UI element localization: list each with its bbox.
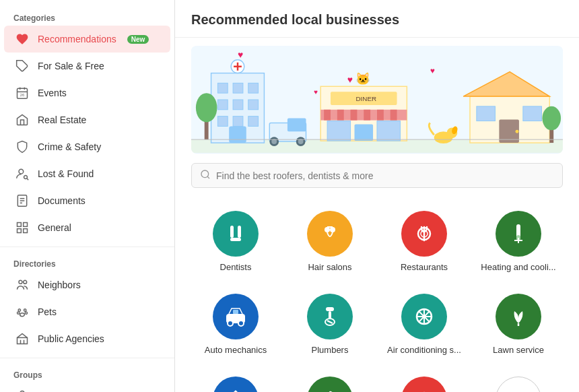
divider-2: [0, 358, 174, 358]
search-icon: [200, 169, 211, 182]
category-heating-cooling[interactable]: Heating and cooli...: [474, 203, 563, 280]
new-badge: New: [127, 35, 149, 44]
svg-text:🐱: 🐱: [355, 71, 371, 86]
doc-icon: [15, 193, 30, 208]
svg-rect-75: [477, 106, 496, 121]
neighbors-label: Neighbors: [38, 280, 81, 290]
svg-rect-76: [523, 106, 542, 121]
sidebar-item-lost-found[interactable]: Lost & Found: [4, 160, 170, 187]
svg-rect-68: [354, 124, 373, 141]
search-input[interactable]: [216, 170, 554, 181]
lawn-service-circle: [496, 294, 541, 339]
air-conditioning-label: Air conditioning s...: [387, 345, 461, 355]
svg-rect-16: [24, 229, 28, 233]
lost-found-label: Lost & Found: [38, 168, 94, 179]
sidebar-item-browse-groups[interactable]: Browse all groups: [4, 383, 170, 392]
svg-point-21: [18, 312, 20, 314]
svg-point-19: [18, 309, 20, 311]
real-estate-label: Real Estate: [38, 115, 86, 125]
sidebar-item-documents[interactable]: Documents: [4, 187, 170, 214]
svg-rect-66: [327, 121, 351, 141]
sidebar-item-real-estate[interactable]: Real Estate: [4, 106, 170, 133]
pets-label: Pets: [38, 306, 57, 317]
svg-rect-14: [24, 223, 28, 227]
svg-rect-34: [217, 100, 228, 110]
svg-line-103: [327, 321, 333, 323]
svg-rect-47: [287, 119, 306, 132]
svg-line-8: [27, 178, 28, 180]
divider-1: [0, 247, 174, 247]
svg-text:♥: ♥: [238, 50, 243, 60]
sidebar: Categories Recommendations New For Sale …: [0, 0, 175, 392]
category-pizza-places[interactable]: Pizza places: [380, 368, 469, 392]
svg-point-78: [516, 130, 519, 133]
see-more-circle: [496, 377, 541, 392]
svg-text:DINER: DINER: [355, 95, 376, 102]
category-auto-mechanics[interactable]: Auto mechanics: [191, 286, 280, 363]
sidebar-item-events[interactable]: 26 Events: [4, 79, 170, 106]
svg-rect-35: [233, 100, 243, 110]
pizza-places-circle: [401, 377, 447, 392]
category-dentists[interactable]: Dentists: [191, 203, 280, 280]
heart-icon: [15, 32, 30, 46]
sidebar-section-directories: Directories Neighbors Pets Public Agenci…: [0, 253, 174, 352]
building-icon: [15, 331, 30, 346]
category-restaurants[interactable]: Restaurants: [380, 203, 469, 280]
svg-rect-31: [217, 83, 228, 93]
svg-rect-61: [364, 110, 370, 121]
svg-text:♥: ♥: [314, 88, 318, 96]
dentists-circle: [213, 211, 259, 257]
sidebar-item-crime-safety[interactable]: Crime & Safety: [4, 133, 170, 160]
svg-rect-13: [18, 223, 22, 227]
svg-rect-67: [377, 121, 401, 141]
svg-point-87: [325, 227, 330, 232]
public-agencies-label: Public Agencies: [38, 333, 104, 344]
search-bar[interactable]: [191, 163, 563, 188]
tag-icon: [15, 59, 30, 73]
category-air-conditioning[interactable]: Air conditioning s...: [380, 286, 469, 363]
auto-mechanics-label: Auto mechanics: [205, 345, 267, 355]
svg-rect-63: [390, 110, 397, 121]
sidebar-item-for-sale-free[interactable]: For Sale & Free: [4, 53, 170, 79]
svg-point-80: [542, 106, 561, 130]
svg-point-23: [20, 313, 25, 317]
sidebar-item-pets[interactable]: Pets: [4, 298, 170, 325]
categories-grid: Dentists Hair salons Restaurants Heating…: [175, 197, 579, 392]
hair-salons-label: Hair salons: [308, 262, 351, 272]
svg-text:♥: ♥: [430, 66, 435, 75]
hair-salons-circle: [307, 211, 353, 257]
main-content: Recommended local businesses: [175, 0, 579, 392]
page-title: Recommended local businesses: [191, 12, 563, 28]
svg-line-83: [207, 176, 209, 178]
people-icon: [15, 277, 30, 292]
main-header: Recommended local businesses: [175, 0, 579, 38]
sidebar-section-groups: Groups Browse all groups: [0, 364, 174, 392]
sidebar-item-general[interactable]: General: [4, 214, 170, 241]
svg-text:♥: ♥: [347, 75, 353, 85]
svg-rect-33: [248, 83, 259, 93]
svg-rect-100: [326, 307, 334, 311]
plumbers-label: Plumbers: [312, 345, 349, 355]
hero-section: ♥ ♥ ♥ ♥ DINER: [175, 46, 579, 154]
category-hair-salons[interactable]: Hair salons: [285, 203, 374, 280]
category-house-painters[interactable]: House painters: [285, 368, 374, 392]
category-plumbers[interactable]: Plumbers: [285, 286, 374, 363]
sidebar-item-neighbors[interactable]: Neighbors: [4, 271, 170, 298]
sidebar-item-recommendations[interactable]: Recommendations New: [4, 26, 170, 53]
recommendations-label: Recommendations: [38, 34, 116, 44]
svg-rect-60: [351, 110, 357, 121]
svg-point-17: [19, 280, 22, 284]
sidebar-item-public-agencies[interactable]: Public Agencies: [4, 325, 170, 352]
svg-point-18: [24, 280, 27, 284]
svg-point-20: [24, 309, 26, 311]
svg-rect-62: [377, 110, 384, 121]
svg-point-6: [19, 169, 24, 174]
calendar-icon: 26: [15, 86, 30, 100]
category-real-estate-agents[interactable]: Real estate agents: [191, 368, 280, 392]
svg-rect-40: [229, 126, 246, 143]
category-lawn-service[interactable]: Lawn service: [474, 286, 563, 363]
svg-point-7: [24, 176, 28, 179]
category-see-more[interactable]: See more: [474, 368, 563, 392]
svg-point-82: [201, 170, 209, 178]
documents-label: Documents: [38, 195, 86, 206]
